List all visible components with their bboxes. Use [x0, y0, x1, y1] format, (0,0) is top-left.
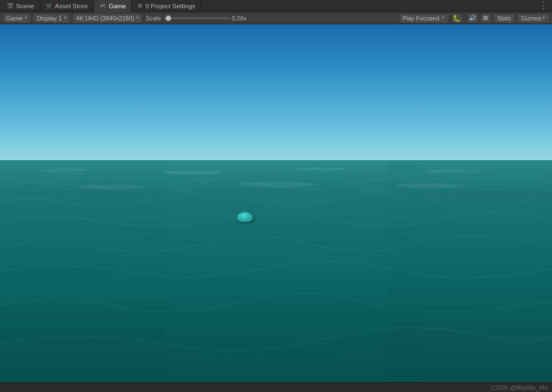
- resolution-dropdown[interactable]: 4K UHD (3840x2160) ▼: [72, 13, 142, 23]
- svg-point-1: [163, 170, 224, 174]
- tab-scene-label: Scene: [16, 3, 34, 9]
- scale-value: 0.26x: [232, 15, 251, 22]
- resolution-dropdown-label: 4K UHD (3840x2160): [76, 15, 134, 22]
- bug-icon: 🐛: [453, 14, 461, 22]
- grid-button[interactable]: ⊞: [480, 13, 491, 23]
- watermark-text: CSDN @Maddie_Mo: [491, 384, 548, 391]
- audio-icon: 🔊: [469, 14, 476, 22]
- status-bar: CSDN @Maddie_Mo: [0, 382, 552, 392]
- resolution-dropdown-arrow: ▼: [135, 15, 140, 20]
- settings-icon: ⚙: [137, 3, 142, 9]
- display-dropdown-label: Display 1: [37, 15, 62, 22]
- svg-point-2: [295, 167, 345, 171]
- gizmos-arrow: ▼: [542, 15, 546, 20]
- scale-section: Scale 0.26x: [146, 15, 251, 22]
- game-dropdown-arrow: ▼: [24, 15, 28, 20]
- buoy-object: [237, 212, 253, 222]
- stats-label: Stats: [497, 15, 511, 22]
- display-dropdown-arrow: ▼: [63, 15, 67, 20]
- bug-button[interactable]: 🐛: [452, 13, 463, 23]
- svg-point-9: [138, 171, 414, 371]
- ocean-background: [0, 160, 552, 382]
- tab-game[interactable]: 🎮 Game: [94, 0, 132, 12]
- tab-game-label: Game: [109, 3, 126, 9]
- game-icon: 🎮: [99, 3, 106, 9]
- ocean-texture: [0, 160, 552, 382]
- tab-scene[interactable]: 🎬 Scene: [1, 0, 40, 12]
- scale-slider[interactable]: [163, 17, 230, 19]
- tab-project-settings-label: 0 Project Settings: [145, 3, 195, 9]
- display-dropdown[interactable]: Display 1 ▼: [33, 13, 70, 23]
- game-dropdown[interactable]: Game ▼: [2, 13, 31, 23]
- play-focused-button[interactable]: Play Focused ▼: [399, 13, 449, 23]
- asset-store-icon: 🛒: [46, 3, 52, 9]
- tab-more-button[interactable]: ⋮: [534, 1, 552, 11]
- game-dropdown-label: Game: [6, 15, 23, 22]
- play-focused-arrow: ▼: [441, 15, 445, 20]
- audio-button[interactable]: 🔊: [467, 13, 478, 23]
- game-viewport[interactable]: [0, 24, 552, 382]
- toolbar-right: 🔊 ⊞ Stats Gizmos ▼: [467, 13, 550, 23]
- toolbar: Game ▼ Display 1 ▼ 4K UHD (3840x2160) ▼ …: [0, 12, 552, 24]
- play-focused-label: Play Focused: [402, 15, 439, 22]
- tab-project-settings[interactable]: ⚙ 0 Project Settings: [132, 0, 201, 12]
- scale-thumb: [166, 15, 171, 21]
- gizmos-label: Gizmos: [521, 15, 542, 22]
- scene-icon: 🎬: [7, 3, 13, 9]
- tab-bar: 🎬 Scene 🛒 Asset Store 🎮 Game ⚙ 0 Project…: [0, 0, 552, 12]
- tab-asset-store-label: Asset Store: [55, 3, 88, 9]
- tab-asset-store[interactable]: 🛒 Asset Store: [40, 0, 94, 12]
- stats-button[interactable]: Stats: [493, 13, 515, 23]
- gizmos-button[interactable]: Gizmos ▼: [517, 13, 550, 23]
- sky-background: [0, 24, 552, 174]
- scale-label: Scale: [146, 15, 161, 22]
- grid-icon: ⊞: [483, 14, 488, 22]
